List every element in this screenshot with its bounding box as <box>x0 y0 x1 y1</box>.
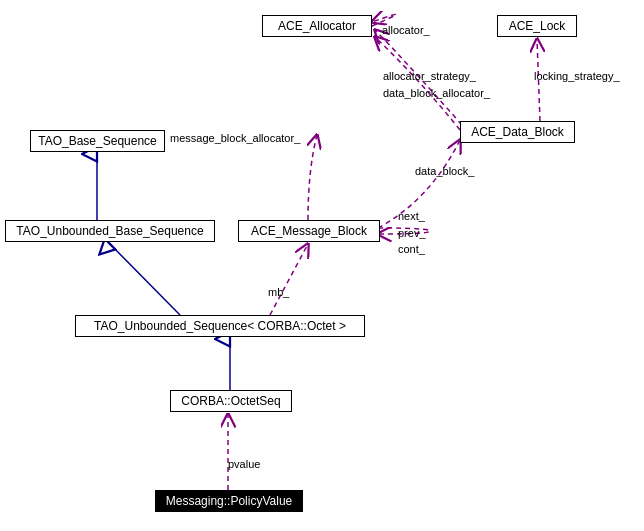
tao-unbounded-base-sequence-label: TAO_Unbounded_Base_Sequence <box>16 224 203 238</box>
label-allocator-strategy: allocator_strategy_ data_block_allocator… <box>383 68 490 101</box>
label-message-block-allocator: message_block_allocator_ <box>170 132 300 144</box>
svg-line-3 <box>270 244 308 315</box>
ace-message-block-label: ACE_Message_Block <box>251 224 367 238</box>
ace-allocator-node: ACE_Allocator <box>262 15 372 37</box>
messaging-policyvalue-label: Messaging::PolicyValue <box>166 494 293 508</box>
label-data-block: data_block_ <box>415 165 474 177</box>
tao-base-sequence-label: TAO_Base_Sequence <box>38 134 157 148</box>
tao-unbounded-sequence-label: TAO_Unbounded_Sequence< CORBA::Octet > <box>94 319 346 333</box>
ace-lock-label: ACE_Lock <box>509 19 566 33</box>
tao-unbounded-sequence-node: TAO_Unbounded_Sequence< CORBA::Octet > <box>75 315 365 337</box>
label-pvalue: pvalue <box>228 458 260 470</box>
tao-unbounded-base-sequence-node: TAO_Unbounded_Base_Sequence <box>5 220 215 242</box>
ace-allocator-label: ACE_Allocator <box>278 19 356 33</box>
label-locking-strategy: locking_strategy_ <box>534 70 620 82</box>
label-next-prev-cont: next_ prev_ cont_ <box>398 208 426 258</box>
corba-octetseq-node: CORBA::OctetSeq <box>170 390 292 412</box>
ace-message-block-node: ACE_Message_Block <box>238 220 380 242</box>
label-mb: mb_ <box>268 286 289 298</box>
ace-lock-node: ACE_Lock <box>497 15 577 37</box>
diagram-container: ACE_Allocator ACE_Lock TAO_Base_Sequence… <box>0 0 644 531</box>
svg-line-2 <box>110 244 180 315</box>
corba-octetseq-label: CORBA::OctetSeq <box>181 394 280 408</box>
tao-base-sequence-node: TAO_Base_Sequence <box>30 130 165 152</box>
label-allocator: allocator_ <box>382 24 430 36</box>
messaging-policyvalue-node: Messaging::PolicyValue <box>155 490 303 512</box>
ace-data-block-node: ACE_Data_Block <box>460 121 575 143</box>
ace-data-block-label: ACE_Data_Block <box>471 125 564 139</box>
